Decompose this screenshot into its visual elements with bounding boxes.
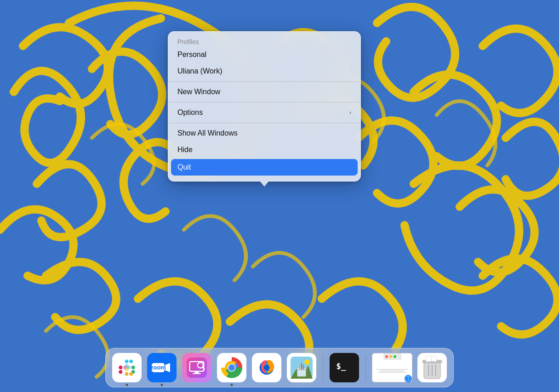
dock-dot-chrome: [231, 384, 233, 386]
dock: zoom: [105, 348, 454, 387]
dock-item-firefox[interactable]: [251, 352, 282, 383]
svg-rect-5: [129, 359, 133, 363]
svg-text:zoom: zoom: [152, 364, 166, 371]
profiles-section-title: Profiles: [168, 36, 360, 46]
dock-dot-slack: [126, 384, 128, 386]
menu-item-options[interactable]: Options ›: [168, 104, 360, 121]
trash-icon: [417, 353, 447, 382]
svg-rect-10: [125, 372, 129, 376]
dock-dot-zoom: [161, 384, 163, 386]
svg-rect-1: [119, 366, 122, 369]
chrome-icon: [217, 353, 246, 382]
divider-2: [168, 102, 360, 102]
svg-rect-11: [129, 372, 133, 376]
dock-item-zoom[interactable]: zoom: [146, 352, 177, 383]
svg-rect-53: [431, 356, 437, 362]
menu-item-uliana[interactable]: Uliana (Work): [168, 63, 360, 80]
svg-marker-15: [165, 363, 170, 372]
preview-icon: [287, 353, 316, 382]
svg-rect-2: [119, 370, 122, 374]
menu-item-personal[interactable]: Personal: [168, 46, 360, 63]
svg-rect-7: [131, 366, 135, 369]
dock-item-chrome[interactable]: [216, 352, 247, 383]
cleanmymac-icon: [182, 353, 211, 382]
svg-point-35: [304, 359, 310, 365]
slack-icon: [112, 353, 142, 382]
context-menu: Profiles Personal Uliana (Work) New Wind…: [168, 31, 361, 182]
dock-item-cleanmymac[interactable]: [181, 352, 212, 383]
divider-3: [168, 123, 360, 123]
dock-separator-2: [365, 356, 366, 380]
svg-point-32: [264, 365, 269, 370]
finder-recent-icon: [372, 353, 412, 382]
svg-rect-4: [125, 359, 129, 363]
chevron-right-icon: ›: [349, 109, 351, 116]
dock-item-preview[interactable]: [286, 352, 317, 383]
dock-separator-1: [323, 356, 323, 380]
firefox-icon: [252, 353, 281, 382]
divider-1: [168, 81, 360, 82]
menu-item-quit[interactable]: Quit: [171, 159, 358, 176]
svg-rect-18: [195, 371, 199, 373]
svg-point-27: [228, 364, 235, 371]
svg-rect-12: [125, 368, 129, 371]
menu-item-show-all-windows[interactable]: Show All Windows: [168, 125, 360, 142]
terminal-icon: $_: [330, 353, 359, 382]
menu-item-new-window[interactable]: New Window: [168, 84, 360, 100]
dock-item-trash[interactable]: [416, 352, 448, 383]
zoom-icon: zoom: [147, 353, 177, 382]
svg-text:$_: $_: [336, 362, 346, 371]
dock-item-slack[interactable]: [111, 352, 143, 383]
dock-item-terminal[interactable]: $_: [329, 352, 360, 383]
menu-arrow: [260, 181, 269, 187]
menu-item-hide[interactable]: Hide: [168, 142, 360, 158]
svg-rect-19: [193, 373, 201, 374]
dock-item-finder-recent[interactable]: [371, 352, 413, 383]
